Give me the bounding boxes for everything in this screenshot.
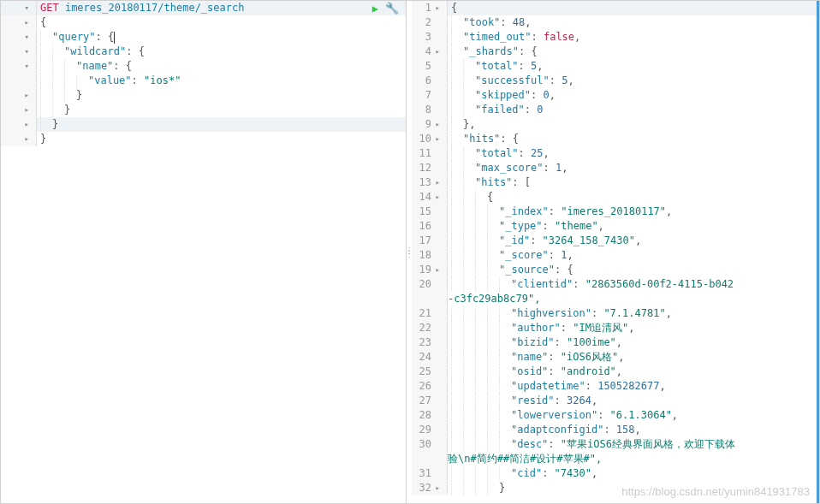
code-line[interactable]: 24 "name": "iOS6风格", — [412, 350, 817, 365]
wrench-icon[interactable]: 🔧 — [385, 2, 399, 15]
code-line[interactable]: 3 "timed_out": false, — [412, 30, 817, 44]
code-line[interactable]: 13▸ "hits": [ — [412, 175, 817, 190]
code-line[interactable]: 10▸ "hits": { — [412, 132, 817, 146]
code-line[interactable]: 5 "total": 5, — [412, 59, 817, 74]
response-viewer[interactable]: 1▸{2 "took": 48,3 "timed_out": false,4▸ … — [412, 1, 817, 495]
code-line[interactable]: ▸ } — [1, 117, 406, 132]
code-line[interactable]: 6 "successful": 5, — [412, 74, 817, 88]
code-line[interactable]: ▸} — [1, 132, 406, 146]
code-line[interactable]: 8 "failed": 0 — [412, 103, 817, 117]
code-line[interactable]: 19▸ "_source": { — [412, 263, 817, 277]
code-line[interactable]: 25 "osid": "android", — [412, 365, 817, 379]
code-line[interactable]: 21 "highversion": "7.1.4781", — [412, 306, 817, 321]
code-line[interactable]: 30 "desc": "苹果iOS6经典界面风格，欢迎下载体 — [412, 437, 817, 452]
code-line[interactable]: ▾ "wildcard": { — [1, 44, 406, 59]
code-line[interactable]: ▾ "query": { — [1, 30, 406, 44]
code-line[interactable]: ▾ "name": { — [1, 59, 406, 74]
code-line[interactable]: 26 "updatetime": 1505282677, — [412, 379, 817, 394]
request-actions: ▶ 🔧 — [372, 1, 399, 15]
code-line[interactable]: 27 "resid": 3264, — [412, 394, 817, 408]
code-line[interactable]: 11 "total": 25, — [412, 146, 817, 161]
code-line[interactable]: 20 "clientid": "2863560d-00f2-4115-b042 — [412, 277, 817, 292]
code-line[interactable]: 12 "max_score": 1, — [412, 161, 817, 175]
code-line[interactable]: 23 "bizid": "100ime", — [412, 335, 817, 350]
code-line[interactable]: 17 "_id": "3264_158_7430", — [412, 234, 817, 248]
code-line-wrap[interactable]: 验\n#简约##简洁#设计#苹果#", — [412, 452, 817, 466]
code-line[interactable]: 1▸{ — [412, 1, 817, 15]
code-line[interactable]: 9▸ }, — [412, 117, 817, 132]
request-header-row[interactable]: ▾GET imeres_20180117/theme/_search — [1, 1, 406, 15]
request-panel: ▶ 🔧 ▾GET imeres_20180117/theme/_search▸{… — [1, 1, 407, 503]
request-editor[interactable]: ▾GET imeres_20180117/theme/_search▸{▾ "q… — [1, 1, 406, 146]
play-icon[interactable]: ▶ — [372, 3, 378, 15]
code-line[interactable]: ▸ } — [1, 103, 406, 117]
code-line[interactable]: 15 "_index": "imeres_20180117", — [412, 205, 817, 219]
code-line[interactable]: "value": "ios*" — [1, 74, 406, 88]
code-line[interactable]: 18 "_score": 1, — [412, 248, 817, 263]
code-line[interactable]: 22 "author": "IM追清风", — [412, 321, 817, 335]
kibana-console: ▶ 🔧 ▾GET imeres_20180117/theme/_search▸{… — [0, 0, 820, 504]
code-line-wrap[interactable]: -c3fc29ab8c79", — [412, 292, 817, 306]
watermark: https://blog.csdn.net/yumin841931783 — [621, 485, 810, 498]
code-line[interactable]: 14▸ { — [412, 190, 817, 205]
code-line[interactable]: 2 "took": 48, — [412, 15, 817, 30]
code-line[interactable]: 7 "skipped": 0, — [412, 88, 817, 103]
code-line[interactable]: ▸ } — [1, 88, 406, 103]
code-line[interactable]: 16 "_type": "theme", — [412, 219, 817, 234]
code-line[interactable]: ▸{ — [1, 15, 406, 30]
code-line[interactable]: 29 "adaptconfigid": 158, — [412, 423, 817, 437]
response-panel: 1▸{2 "took": 48,3 "timed_out": false,4▸ … — [412, 1, 819, 503]
code-line[interactable]: 31 "cid": "7430", — [412, 466, 817, 481]
code-line[interactable]: 4▸ "_shards": { — [412, 44, 817, 59]
code-line[interactable]: 28 "lowerversion": "6.1.3064", — [412, 408, 817, 423]
